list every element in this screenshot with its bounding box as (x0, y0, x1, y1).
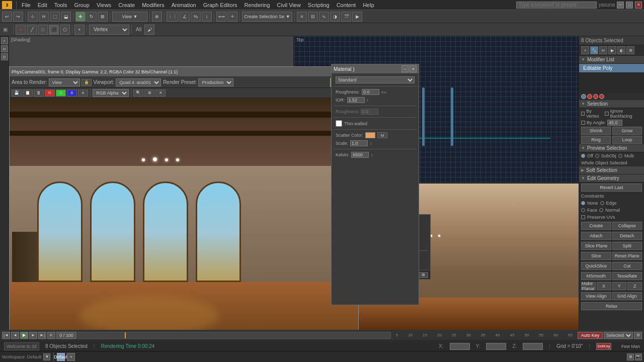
scatter-map-btn[interactable]: M (377, 132, 387, 138)
reset-plane-btn[interactable]: Reset Plane (612, 252, 642, 260)
render-zoom-in-btn[interactable]: 🔍 (133, 89, 143, 97)
mat-minimize[interactable]: ─ (401, 65, 409, 72)
render-zoom-fit-btn[interactable]: ⊞ (144, 89, 154, 97)
grow-btn[interactable]: Grow (612, 127, 642, 135)
menu-views[interactable]: Views (94, 2, 114, 9)
modifier-list-section[interactable]: ▼ Modifier List (579, 56, 644, 64)
preset-dropdown[interactable]: Production (198, 78, 233, 86)
command-panel-toggle[interactable]: + (1, 37, 8, 44)
curve-editor-btn[interactable]: ∿ (319, 12, 329, 22)
render-color-g-btn[interactable]: G (56, 89, 66, 97)
render-copy-btn[interactable]: 📋 (23, 89, 33, 97)
render-alpha-btn[interactable]: A (78, 89, 88, 97)
mod-icon-motion[interactable]: ▶ (608, 46, 616, 54)
timeline-track[interactable] (77, 332, 391, 339)
menu-modifiers[interactable]: Modifiers (139, 2, 168, 9)
menu-create[interactable]: Create (115, 2, 138, 9)
preserve-uvs-chk[interactable] (581, 215, 585, 219)
by-vertex-chk[interactable] (581, 112, 585, 116)
normal-radio[interactable] (599, 208, 603, 212)
status-key-btn[interactable]: SetKey (596, 343, 611, 350)
mesh-select-btn[interactable]: + (74, 25, 85, 35)
key-filter-dropdown[interactable]: Selected (604, 332, 633, 339)
poly-mode-btn[interactable]: ⬛ (49, 25, 59, 35)
undo-btn[interactable]: ↩ (2, 12, 12, 22)
key-mode-btn[interactable]: K (47, 332, 55, 339)
subobj-dropdown[interactable]: Vertex Edge Polygon (89, 25, 129, 35)
edge-radio[interactable] (600, 201, 604, 205)
scale-btn[interactable]: ⊠ (98, 12, 108, 22)
split-btn[interactable]: Split (612, 242, 642, 250)
multi-radio[interactable] (618, 154, 622, 158)
kelvin-input[interactable] (351, 152, 369, 158)
mat-close[interactable]: ✕ (410, 65, 417, 72)
menu-animation[interactable]: Animation (169, 2, 199, 9)
next-frame-btn[interactable]: ► (29, 332, 37, 339)
ior-input[interactable] (347, 97, 365, 103)
layers-btn[interactable]: ≡ (297, 12, 307, 22)
makeplanar-btn[interactable]: Make Planar (581, 282, 596, 290)
window-crossing-btn[interactable]: ⬓ (61, 12, 71, 22)
menu-file[interactable]: File (19, 2, 34, 9)
render-scene-btn[interactable]: 🎬 (341, 12, 351, 22)
mod-icon-hier[interactable]: H (599, 46, 607, 54)
selection-section[interactable]: ▼ Selection (579, 100, 644, 108)
go-start-btn[interactable]: |◄ (2, 332, 10, 339)
menu-group[interactable]: Group (71, 2, 93, 9)
prev-frame-btn[interactable]: ◄ (11, 332, 19, 339)
play-btn[interactable]: ▶ (20, 332, 28, 339)
angle-snap-btn[interactable]: ∠ (180, 12, 190, 22)
render-clear-btn[interactable]: 🗑 (34, 89, 44, 97)
area-lock-btn[interactable]: 🔒 (82, 79, 92, 86)
go-end-btn[interactable]: ►| (38, 332, 46, 339)
none-radio[interactable] (581, 201, 585, 205)
ws-icon-1[interactable]: ⊞ (627, 353, 634, 360)
mod-icon-create[interactable]: + (581, 46, 589, 54)
menu-edit[interactable]: Edit (35, 2, 50, 9)
menu-graph-editors[interactable]: Graph Editors (200, 2, 240, 9)
soft-selection-section[interactable]: ▶ Soft Selection (579, 166, 644, 174)
pivot-btn[interactable]: ⊕ (152, 12, 162, 22)
reference-coord-btn[interactable]: View ▼ (112, 12, 147, 22)
loop-btn[interactable]: Loop (612, 136, 642, 144)
search-input[interactable] (516, 2, 597, 9)
render-color-btn[interactable]: R (45, 89, 55, 97)
scale-input[interactable] (350, 140, 368, 146)
mod-icon-display[interactable]: ◐ (617, 46, 625, 54)
quick-render-btn[interactable]: ▶ (352, 12, 362, 22)
create-btn[interactable]: Create (581, 222, 611, 230)
y-coord[interactable] (486, 343, 506, 350)
menu-rendering[interactable]: Rendering (242, 2, 273, 9)
render-color-b-btn[interactable]: B (67, 89, 77, 97)
snap-btn[interactable]: ⋮⋮ (167, 12, 179, 22)
z-btn[interactable]: Z (627, 282, 642, 290)
menu-tools[interactable]: Tools (51, 2, 70, 9)
rotate-btn[interactable]: ↻ (87, 12, 97, 22)
ws-icon-2[interactable]: 📷 (635, 353, 642, 360)
channel-dropdown[interactable]: RGB Alpha (93, 89, 129, 97)
time-config-btn[interactable]: ⚙ (634, 332, 642, 339)
x-btn[interactable]: X (597, 282, 611, 290)
edit-geometry-section[interactable]: ▼ Edit Geometry (579, 174, 644, 183)
subobj-radio[interactable] (595, 154, 599, 158)
zoom-fit-btn[interactable]: ⊞ (418, 272, 428, 278)
select-region-btn[interactable]: ⬚ (50, 12, 60, 22)
select-name-btn[interactable]: H (39, 12, 49, 22)
menu-civil-view[interactable]: Civil View (274, 2, 303, 9)
by-angle-input[interactable] (607, 120, 622, 126)
grid-align-btn[interactable]: Grid Align (612, 292, 642, 300)
display-btn[interactable]: D (1, 53, 8, 60)
paint-selection-btn[interactable]: 🖌 (144, 25, 154, 35)
create-selection-set-btn[interactable]: Create Selection Se ▼ (242, 12, 292, 22)
scatter-color-swatch[interactable] (365, 132, 375, 138)
collapse-btn[interactable]: Collapse (612, 222, 642, 230)
menu-content[interactable]: Content (334, 2, 359, 9)
percent-snap-btn[interactable]: % (191, 12, 201, 22)
slice-btn[interactable]: Slice (581, 252, 611, 260)
attach-btn[interactable]: Attach (581, 232, 611, 240)
vertex-mode-btn[interactable]: ● (16, 25, 26, 35)
quickslice-btn[interactable]: QuickSlice (581, 262, 611, 270)
workspace-default-btn[interactable]: Default (57, 353, 65, 361)
roughness-input[interactable] (362, 89, 379, 95)
edge-mode-btn[interactable]: ╱ (27, 25, 37, 35)
